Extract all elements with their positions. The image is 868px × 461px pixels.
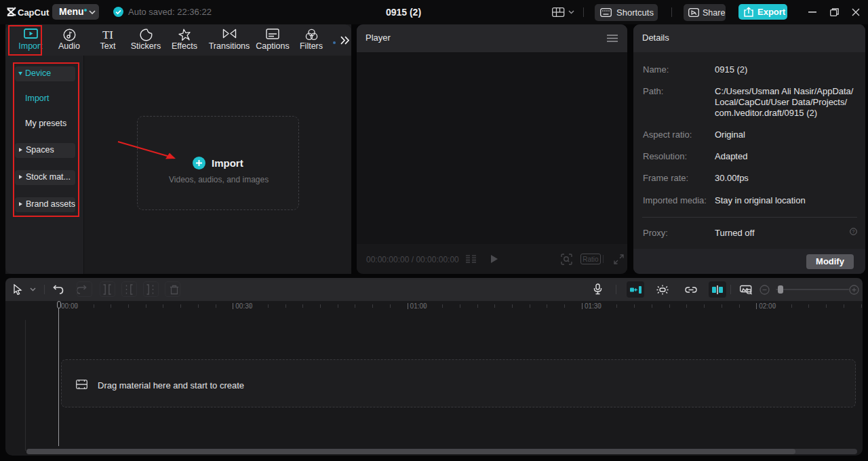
svg-text:?: ? — [852, 229, 855, 234]
